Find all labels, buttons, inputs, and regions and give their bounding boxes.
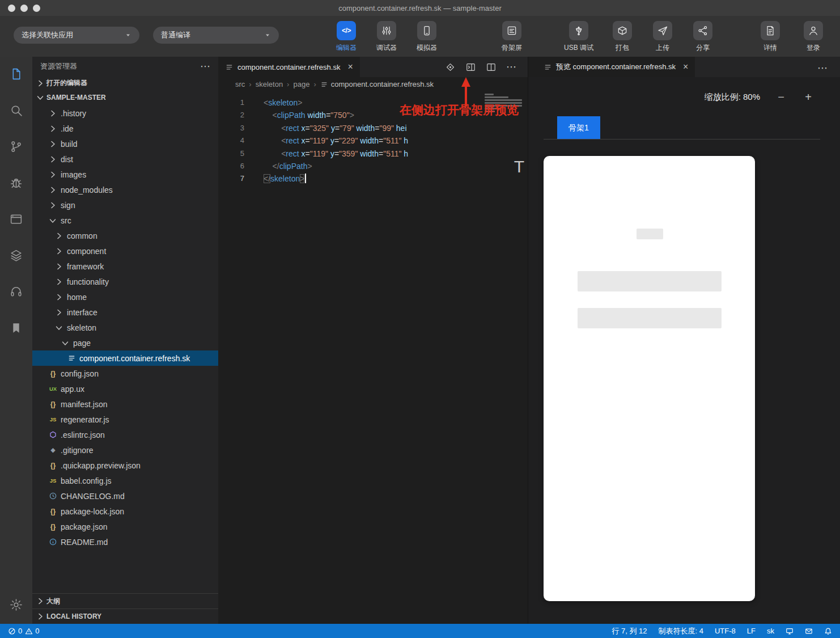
more-actions-icon[interactable]: ⋯ (817, 62, 828, 74)
toolbar-package-button[interactable]: 打包 (604, 21, 641, 53)
tab-size[interactable]: 制表符长度: 4 (659, 626, 703, 636)
tree-item-interface[interactable]: interface (32, 305, 218, 320)
tree-item-home[interactable]: home (32, 289, 218, 305)
close-tab-icon[interactable]: × (347, 62, 353, 71)
tree-item-build[interactable]: build (32, 136, 218, 151)
open-preview-icon[interactable] (465, 62, 476, 73)
toolbar-share-button[interactable]: 分享 (684, 21, 722, 53)
tree-item-label: build (61, 140, 78, 149)
remote-icon[interactable] (786, 627, 794, 635)
toolbar-debugger-button[interactable]: 调试器 (368, 21, 405, 53)
tree-item-app.ux[interactable]: UXapp.ux (32, 381, 218, 396)
tree-item-.ide[interactable]: .ide (32, 121, 218, 136)
toolbar-simulator-button[interactable]: 模拟器 (408, 21, 446, 53)
zoom-out-button[interactable]: − (775, 91, 787, 103)
tree-item-regenerator.js[interactable]: JSregenerator.js (32, 412, 218, 427)
language-mode[interactable]: sk (767, 627, 774, 635)
toolbar-usb-debug-button[interactable]: USB 调试 (557, 21, 601, 53)
tree-item-babel.config.js[interactable]: JSbabel.config.js (32, 473, 218, 488)
code-editor[interactable]: 1<skeleton>2 <clipPath width="750">3 <re… (218, 91, 528, 624)
open-editors-section[interactable]: 打开的编辑器 (32, 76, 218, 90)
code-line-3[interactable]: 3 <rect x="325" y="79" width="99" hei (218, 122, 528, 134)
preview-tab[interactable]: 预览 component.container.refresh.sk × (528, 57, 695, 77)
tree-item-.history[interactable]: .history (32, 105, 218, 121)
bell-icon[interactable] (824, 627, 832, 635)
activity-settings[interactable] (0, 588, 32, 624)
tree-item-package-lock.json[interactable]: {}package-lock.json (32, 504, 218, 519)
code-line-4[interactable]: 4 <rect x="119" y="229" width="511" h (218, 134, 528, 147)
code-line-6[interactable]: 6 </clipPath> (218, 160, 528, 172)
code-line-7[interactable]: 7</skeleton> (218, 172, 528, 185)
tree-item-dist[interactable]: dist (32, 151, 218, 167)
project-root-section[interactable]: SAMPLE-MASTER (32, 90, 218, 104)
tree-item-manifest.json[interactable]: {}manifest.json (32, 396, 218, 412)
toolbar-editor-button[interactable]: </>编辑器 (328, 21, 365, 53)
tree-item-.quickapp.preview.json[interactable]: {}.quickapp.preview.json (32, 458, 218, 473)
eol[interactable]: LF (747, 627, 756, 635)
tree-item-page[interactable]: page (32, 335, 218, 350)
close-window-button[interactable] (8, 5, 15, 12)
local-history-section[interactable]: LOCAL HISTORY (32, 609, 218, 624)
breadcrumb-item-src[interactable]: src (235, 80, 245, 88)
code-line-1[interactable]: 1<skeleton> (218, 96, 528, 109)
activity-search[interactable] (0, 93, 32, 129)
code-text: <rect x="119" y="359" width="511" h (264, 147, 408, 160)
tree-item-sign[interactable]: sign (32, 197, 218, 213)
tree-item-README.md[interactable]: README.md (32, 534, 218, 550)
more-actions-icon[interactable]: ⋯ (200, 64, 210, 69)
editor-tab[interactable]: component.container.refresh.sk × (218, 57, 360, 77)
close-tab-icon[interactable]: × (683, 62, 688, 71)
cursor-position[interactable]: 行 7, 列 12 (612, 626, 647, 636)
tree-item-images[interactable]: images (32, 167, 218, 182)
compile-mode-dropdown[interactable]: 普通编译 (153, 27, 279, 44)
minimap[interactable] (485, 94, 523, 113)
readme-icon (48, 538, 58, 547)
warning-count[interactable]: 0 (35, 627, 39, 635)
tree-item-framework[interactable]: framework (32, 259, 218, 274)
problems-status[interactable]: 0 0 (8, 627, 39, 635)
tree-item-CHANGELOG.md[interactable]: CHANGELOG.md (32, 488, 218, 504)
activity-explorer[interactable] (0, 57, 32, 93)
tree-item-skeleton[interactable]: skeleton (32, 320, 218, 335)
activity-source-control[interactable] (0, 129, 32, 166)
outline-section[interactable]: 大纲 (32, 593, 218, 609)
tree-item-.eslintrc.json[interactable]: .eslintrc.json (32, 427, 218, 442)
code-line-2[interactable]: 2 <clipPath width="750"> (218, 109, 528, 121)
toolbar-skeleton-screen-button[interactable]: 骨架屏 (493, 21, 531, 53)
tree-item-component.container.refresh.sk[interactable]: component.container.refresh.sk (32, 350, 218, 366)
error-count[interactable]: 0 (18, 627, 22, 635)
activity-debug[interactable] (0, 166, 32, 202)
tree-item-functionality[interactable]: functionality (32, 274, 218, 289)
toolbar-upload-button[interactable]: 上传 (644, 21, 681, 53)
toolbar-login-button[interactable]: 登录 (795, 21, 832, 53)
zoom-window-button[interactable] (33, 5, 40, 12)
tree-item-node_modules[interactable]: node_modules (32, 182, 218, 197)
activity-bookmarks[interactable] (0, 311, 32, 347)
diamond-icon[interactable] (445, 62, 456, 73)
tree-item-component[interactable]: component (32, 243, 218, 259)
breadcrumb-item-page[interactable]: page (293, 80, 309, 88)
breadcrumb-item-component.container.refresh.sk[interactable]: component.container.refresh.sk (320, 80, 434, 88)
tree-item-package.json[interactable]: {}package.json (32, 519, 218, 534)
tree-item-src[interactable]: src (32, 213, 218, 228)
mail-icon[interactable] (805, 627, 813, 635)
skeleton-tab[interactable]: 骨架1 (557, 116, 600, 140)
activity-layers[interactable] (0, 238, 32, 274)
split-icon[interactable] (486, 62, 497, 73)
minimize-window-button[interactable] (20, 5, 28, 12)
activity-support[interactable] (0, 274, 32, 311)
tree-item-common[interactable]: common (32, 228, 218, 243)
toolbar-details-button[interactable]: 详情 (752, 21, 789, 53)
breadcrumb-item-skeleton[interactable]: skeleton (256, 80, 283, 88)
line-number: 2 (218, 109, 244, 121)
zoom-in-button[interactable]: + (802, 91, 814, 103)
encoding[interactable]: UTF-8 (715, 627, 736, 635)
select-quickapp-dropdown[interactable]: 选择关联快应用 (14, 27, 139, 44)
chevron-down-icon (36, 93, 45, 102)
code-line-5[interactable]: 5 <rect x="119" y="359" width="511" h (218, 147, 528, 160)
activity-app-preview[interactable] (0, 202, 32, 238)
minimap-line (485, 94, 494, 95)
more-icon[interactable]: ⋯ (506, 64, 516, 70)
tree-item-.gitignore[interactable]: ◆.gitignore (32, 442, 218, 458)
tree-item-config.json[interactable]: {}config.json (32, 366, 218, 381)
